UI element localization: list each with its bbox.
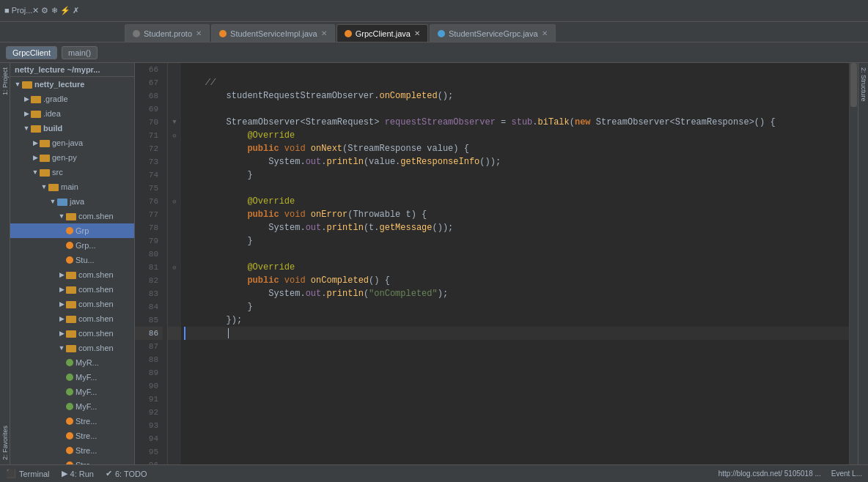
code-line-74: }: [184, 168, 849, 182]
arrow-java: ▼: [48, 198, 57, 205]
arrow-com-shen-1: ▼: [57, 212, 66, 220]
tree-item-stu-file[interactable]: Stu...: [10, 253, 134, 267]
right-scrollbar[interactable]: [849, 63, 858, 464]
gutter-75: [168, 182, 181, 195]
tree-item-com-shen-6[interactable]: ▶ com.shen: [10, 326, 134, 341]
code-line-82: public void onCompleted() {: [184, 274, 849, 287]
tree-item-myr1[interactable]: MyR...: [10, 355, 134, 370]
label-stu-file: Stu...: [76, 256, 95, 264]
tree-item-netty[interactable]: ▼ netty_lecture: [10, 77, 134, 92]
folder-icon-com-shen-2: [66, 272, 76, 279]
label-grpc-client-file: Grp: [76, 226, 89, 235]
tree-item-grpc2-file[interactable]: Grp...: [10, 238, 134, 253]
editor-area: 66 67 68 69 70 71 72 73 74 75 76 77 78 7…: [135, 63, 858, 464]
tree-item-stre1[interactable]: Stre...: [10, 414, 134, 429]
tree-item-com-shen-1[interactable]: ▼ com.shen: [10, 209, 134, 223]
label-com-shen-3: com.shen: [78, 285, 114, 294]
bottom-todo[interactable]: ✔ 6: TODO: [106, 469, 147, 478]
gutter-93: [168, 419, 181, 432]
gutter-80: [168, 248, 181, 261]
main-breadcrumb[interactable]: main(): [62, 46, 98, 59]
tree-item-idea[interactable]: ▶ .idea: [10, 106, 134, 121]
tab-close-grpc-client[interactable]: ✕: [414, 29, 420, 37]
folder-icon-com-shen-1: [66, 213, 76, 220]
sidebar-header: netty_lecture ~/mypr...: [10, 63, 134, 77]
code-content[interactable]: // studentRequestStreamObserver.onComple…: [181, 63, 849, 464]
tree-item-grpc-client-file[interactable]: Grp: [10, 223, 134, 238]
gutter-69: [168, 103, 181, 116]
tree-item-stre4[interactable]: Stre...: [10, 458, 134, 464]
label-com-shen-6: com.shen: [78, 329, 114, 338]
code-line-71: @Override: [184, 129, 849, 142]
tab-student-service-grpc[interactable]: StudentServiceGrpc.java ✕: [430, 24, 556, 42]
arrow-netty: ▼: [13, 81, 22, 88]
code-line-81: @Override: [184, 261, 849, 274]
label-stre1: Stre...: [76, 417, 97, 426]
todo-icon: ✔: [106, 469, 112, 478]
scroll-thumb[interactable]: [850, 63, 857, 107]
tab-close-student-service-impl[interactable]: ✕: [321, 29, 327, 37]
code-line-83: System.out.println("onCompleted");: [184, 287, 849, 300]
tree-item-com-shen-7[interactable]: ▼ com.shen: [10, 341, 134, 355]
label-myf2: MyF...: [76, 388, 97, 396]
tab-student-service-impl[interactable]: StudentServiceImpl.java ✕: [211, 24, 335, 42]
folder-icon-main: [48, 184, 59, 191]
bottom-run[interactable]: ▶ 4: Run: [62, 469, 94, 478]
gutter-96: [168, 459, 181, 464]
vtab-favorites[interactable]: 2: Favorites: [0, 421, 10, 464]
tree-item-stre3[interactable]: Stre...: [10, 443, 134, 458]
file-dot-stre2: [66, 432, 73, 440]
tree-item-gen-py[interactable]: ▶ gen-py: [10, 150, 134, 165]
tab-student-proto[interactable]: Student.proto ✕: [125, 24, 210, 42]
file-dot-myf3: [66, 403, 73, 410]
project-label[interactable]: ■ Proj...✕ ⚙ ❄ ⚡ ✗: [4, 6, 79, 15]
run-icon: ▶: [62, 469, 67, 478]
tree-item-com-shen-5[interactable]: ▶ com.shen: [10, 311, 134, 326]
tree-item-myf1[interactable]: MyF...: [10, 370, 134, 385]
event-label[interactable]: Event L...: [831, 470, 862, 478]
tree-item-java[interactable]: ▼ java: [10, 194, 134, 209]
bottom-terminal[interactable]: ⬛ Terminal: [6, 469, 50, 478]
tree-item-main[interactable]: ▼ main: [10, 179, 134, 194]
code-line-87: [184, 340, 849, 353]
code-line-66: [184, 63, 849, 76]
tree-item-myf2[interactable]: MyF...: [10, 385, 134, 399]
gutter-92: [168, 406, 181, 419]
label-src: src: [52, 168, 63, 177]
ln-87: 87: [135, 340, 163, 353]
tab-close-student-service-grpc[interactable]: ✕: [542, 29, 548, 37]
tree-item-com-shen-2[interactable]: ▶ com.shen: [10, 267, 134, 282]
label-stre2: Stre...: [76, 431, 97, 440]
tree-item-myf3[interactable]: MyF...: [10, 399, 134, 414]
tree-item-com-shen-3[interactable]: ▶ com.shen: [10, 282, 134, 297]
gutter-79: [168, 234, 181, 248]
tree-item-gen-java[interactable]: ▶ gen-java: [10, 136, 134, 150]
vtab-project[interactable]: 1: Project: [0, 63, 10, 100]
vtab-structure[interactable]: 2: Structure: [858, 63, 869, 106]
gutter-84: [168, 300, 181, 314]
code-line-86[interactable]: [184, 327, 849, 340]
arrow-build: ▼: [22, 125, 31, 132]
ln-89: 89: [135, 366, 163, 379]
code-line-88: [184, 353, 849, 366]
grpc-client-breadcrumb[interactable]: GrpcClient: [6, 46, 57, 59]
gutter-90: [168, 379, 181, 393]
tree-item-com-shen-4[interactable]: ▶ com.shen: [10, 297, 134, 311]
ln-92: 92: [135, 406, 163, 419]
tree-item-stre2[interactable]: Stre...: [10, 429, 134, 443]
tab-grpc-client[interactable]: GrpcClient.java ✕: [336, 24, 428, 42]
tree-item-gradle[interactable]: ▶ .gradle: [10, 92, 134, 106]
tab-close-student-proto[interactable]: ✕: [196, 29, 202, 37]
ln-71: 71: [135, 129, 163, 142]
tree-item-src[interactable]: ▼ src: [10, 165, 134, 179]
label-com-shen-2: com.shen: [78, 270, 114, 279]
gutter-72: [168, 142, 181, 155]
folder-icon-com-shen-6: [66, 330, 76, 338]
toolbar-row: GrpcClient main(): [0, 42, 868, 63]
gutter-89: [168, 366, 181, 379]
arrow-idea: ▶: [22, 110, 31, 117]
code-line-76: @Override: [184, 195, 849, 208]
tree-item-build[interactable]: ▼ build: [10, 121, 134, 136]
label-netty: netty_lecture: [34, 80, 84, 89]
ln-88: 88: [135, 353, 163, 366]
